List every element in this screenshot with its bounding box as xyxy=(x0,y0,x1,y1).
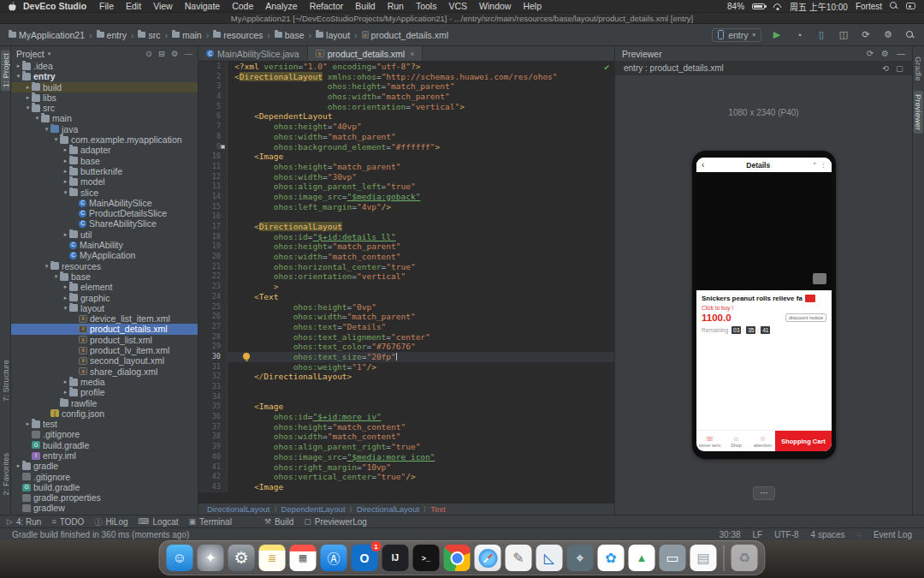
tree-item[interactable]: gradlew xyxy=(11,503,198,513)
caret-position[interactable]: 30:38 xyxy=(720,530,741,539)
tree-collapsed-arrow-icon[interactable]: ▸ xyxy=(62,293,69,303)
code-line[interactable]: 27 ohos:text="Details" xyxy=(198,322,614,332)
code-line[interactable]: 37 ohos:height="match_content" xyxy=(198,422,614,432)
breadcrumb-item[interactable]: base xyxy=(273,30,306,40)
settings-icon[interactable]: ⚙ xyxy=(881,29,895,40)
menu-item[interactable]: File xyxy=(93,1,120,11)
tree-item[interactable]: ▸butterknife xyxy=(11,166,198,176)
event-log-button[interactable]: Event Log xyxy=(874,530,912,539)
product-image[interactable] xyxy=(696,172,832,290)
menu-item[interactable]: Refactor xyxy=(304,1,350,11)
project-panel-title[interactable]: Project xyxy=(16,49,44,59)
tree-item[interactable]: ▸model xyxy=(11,176,198,187)
code-line[interactable]: 30 ohos:text_size="20fp" xyxy=(198,352,614,362)
run-icon[interactable]: ▶ xyxy=(770,29,784,40)
menu-user[interactable]: Fortest xyxy=(856,2,882,11)
editor-breadcrumb-item[interactable]: DependentLayout xyxy=(281,504,346,514)
breadcrumb-item[interactable]: layout xyxy=(314,30,352,40)
chevron-down-icon[interactable]: ▾ xyxy=(48,51,51,57)
close-icon[interactable]: × xyxy=(410,50,414,58)
tool-button-gradle[interactable]: Gradle xyxy=(914,53,923,85)
control-center-icon[interactable] xyxy=(906,3,915,9)
code-line[interactable]: 7 ohos:height="40vp" xyxy=(198,122,614,132)
code-line[interactable]: 14 ohos:image_src="$media:goback" xyxy=(198,192,614,202)
editor-tab[interactable]: CMainAbilitySlice.java xyxy=(198,46,308,61)
dock-icon-calendar[interactable]: ▦ xyxy=(290,545,317,571)
menu-item[interactable]: View xyxy=(147,1,179,11)
inspection-ok-icon[interactable]: ✔ xyxy=(603,63,610,72)
code-line[interactable]: 42 ohos:vertical_center="true"/> xyxy=(198,472,614,482)
tool-window-button[interactable]: ≡TODO xyxy=(51,517,84,527)
breadcrumb-item[interactable]: entry xyxy=(95,30,128,40)
tree-item[interactable]: ▸test xyxy=(11,419,198,429)
code-line[interactable]: 4 ohos:width="match_parent" xyxy=(198,92,614,102)
code-line[interactable]: 41 ohos:right_margin="10vp" xyxy=(198,462,614,473)
code-line[interactable]: 28 ohos:text_alignment="center" xyxy=(198,332,614,343)
code-line[interactable]: 38 ohos:width="match_content" xyxy=(198,432,614,442)
tree-item[interactable]: ▸profile xyxy=(11,387,198,397)
dock-icon-system-settings[interactable]: ⚙ xyxy=(228,545,255,571)
code-line[interactable]: 20 ohos:width="match_content" xyxy=(198,252,614,262)
tree-item[interactable]: ▸gradle xyxy=(11,461,198,471)
breadcrumb-item[interactable]: src xyxy=(136,30,162,40)
tree-item[interactable]: CMainAbilitySlice xyxy=(11,198,198,208)
tree-item[interactable]: xsecond_layout.xml xyxy=(11,355,198,366)
menu-item[interactable]: Help xyxy=(517,1,548,11)
breadcrumb-item[interactable]: MyApplication21 xyxy=(7,30,86,40)
spotlight-icon[interactable] xyxy=(890,2,898,10)
wifi-icon[interactable] xyxy=(773,3,782,10)
code-line[interactable]: 9 ohos:background_element="#ffffff"> xyxy=(198,142,614,152)
code-line[interactable]: 10 <Image xyxy=(198,152,614,162)
shopping-cart-button[interactable]: Shopping Cart xyxy=(775,431,832,451)
code-line[interactable]: 8 ohos:width="match_parent" xyxy=(198,132,614,142)
tree-item[interactable]: xdevice_list_item.xml xyxy=(11,313,198,324)
tree-item[interactable]: ▸build xyxy=(11,82,198,92)
tree-item[interactable]: ientry.iml xyxy=(11,450,198,461)
dock-icon-keynote[interactable]: ▭ xyxy=(660,545,686,571)
tool-button-structure[interactable]: 7: Structure xyxy=(1,356,10,405)
hide-icon[interactable]: — xyxy=(897,49,905,58)
breadcrumb-item[interactable]: xproduct_details.xml xyxy=(360,30,450,40)
editor-breadcrumb-item[interactable]: DirectionalLayout xyxy=(357,504,419,514)
tree-item[interactable]: xproduct_list.xml xyxy=(11,335,198,345)
tree-collapsed-arrow-icon[interactable]: ▸ xyxy=(62,229,69,240)
dock-icon-app-store[interactable]: Ⓐ xyxy=(321,545,347,571)
phone-tab[interactable]: ⌂Shop xyxy=(723,431,749,451)
code-line[interactable]: 22 ohos:orientation="vertical" xyxy=(198,271,614,282)
tool-button-favorites[interactable]: 2: Favorites xyxy=(1,450,10,499)
tree-expanded-arrow-icon[interactable]: ▾ xyxy=(33,113,41,123)
menu-item[interactable]: Window xyxy=(473,1,517,11)
tool-button-previewer[interactable]: Previewer xyxy=(914,91,923,134)
breadcrumb-item[interactable]: main xyxy=(170,30,204,40)
tool-window-button[interactable]: ▷4: Run xyxy=(7,517,41,527)
dock-icon-trash[interactable]: ♻ xyxy=(732,545,758,571)
tree-item[interactable]: ▾resources xyxy=(11,261,198,271)
code-line[interactable]: 40 ohos:image_src="$media:more_icon" xyxy=(198,452,614,462)
code-line[interactable]: 35 <Image xyxy=(198,402,614,412)
sync-icon[interactable]: ⟳ xyxy=(859,29,873,40)
tree-item[interactable]: ▸base xyxy=(11,156,198,166)
menu-clock[interactable]: 周五 上午10:00 xyxy=(790,0,848,13)
tool-window-button[interactable]: ⌨Logcat xyxy=(139,517,179,527)
line-ending[interactable]: LF xyxy=(753,530,763,539)
code-line[interactable]: 26 ohos:width="match_parent" xyxy=(198,312,614,322)
settings-icon[interactable]: ⚙ xyxy=(881,49,889,58)
tree-item[interactable]: ▸util xyxy=(11,229,198,240)
code-line[interactable]: 36 ohos:id="$+id:more_iv" xyxy=(198,412,614,422)
tree-collapsed-arrow-icon[interactable]: ▸ xyxy=(62,166,69,176)
tree-item[interactable]: xshare_dialog.xml xyxy=(11,366,198,377)
dock-icon-terminal[interactable]: >_ xyxy=(413,545,440,571)
hide-icon[interactable]: — xyxy=(185,49,193,58)
discount-notice-button[interactable]: discount notice xyxy=(785,313,826,322)
hvd-icon[interactable]: ◫ xyxy=(837,29,850,40)
encoding[interactable]: UTF-8 xyxy=(774,530,798,539)
tree-item[interactable]: ▾slice xyxy=(11,188,198,198)
code-line[interactable]: 6 <DependentLayout xyxy=(198,111,614,122)
tree-collapsed-arrow-icon[interactable]: ▸ xyxy=(62,377,69,387)
tree-item[interactable]: ▸libs xyxy=(11,92,198,103)
settings-icon[interactable]: ⚙ xyxy=(171,49,179,58)
code-line[interactable]: 11 ohos:height="match_parent" xyxy=(198,162,614,172)
tree-collapsed-arrow-icon[interactable]: ▸ xyxy=(62,387,69,397)
tree-item[interactable]: ▾layout xyxy=(11,303,198,313)
tree-item[interactable]: {config.json xyxy=(11,408,198,419)
